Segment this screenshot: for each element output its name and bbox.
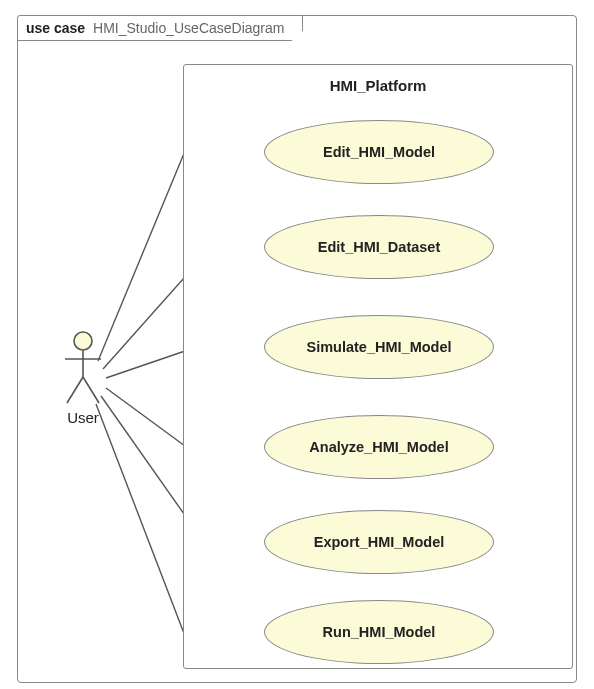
- usecase-label: Edit_HMI_Model: [323, 144, 435, 160]
- usecase-run: Run_HMI_Model: [264, 600, 494, 664]
- system-boundary: HMI_Platform Edit_HMI_Model Edit_HMI_Dat…: [183, 64, 573, 669]
- actor-user: User: [53, 331, 113, 426]
- svg-point-0: [74, 332, 92, 350]
- usecase-label: Edit_HMI_Dataset: [318, 239, 440, 255]
- usecase-edit-model: Edit_HMI_Model: [264, 120, 494, 184]
- svg-line-3: [67, 377, 83, 403]
- actor-icon: [62, 331, 104, 405]
- usecase-label: Run_HMI_Model: [323, 624, 436, 640]
- system-name: HMI_Platform: [184, 77, 572, 94]
- usecase-label: Simulate_HMI_Model: [306, 339, 451, 355]
- usecase-analyze: Analyze_HMI_Model: [264, 415, 494, 479]
- usecase-label: Export_HMI_Model: [314, 534, 445, 550]
- diagram-frame: use case HMI_Studio_UseCaseDiagram User …: [17, 15, 577, 683]
- actor-label: User: [53, 409, 113, 426]
- assoc-run: [96, 404, 185, 636]
- assoc-simulate: [106, 351, 185, 378]
- usecase-simulate: Simulate_HMI_Model: [264, 315, 494, 379]
- usecase-label: Analyze_HMI_Model: [309, 439, 448, 455]
- assoc-analyze: [106, 388, 185, 446]
- frame-title-tab: use case HMI_Studio_UseCaseDiagram: [17, 15, 303, 41]
- svg-line-4: [83, 377, 99, 403]
- assoc-edit-model: [98, 151, 185, 361]
- frame-keyword: use case: [26, 20, 85, 36]
- frame-name: HMI_Studio_UseCaseDiagram: [93, 20, 284, 36]
- usecase-export: Export_HMI_Model: [264, 510, 494, 574]
- usecase-edit-dataset: Edit_HMI_Dataset: [264, 215, 494, 279]
